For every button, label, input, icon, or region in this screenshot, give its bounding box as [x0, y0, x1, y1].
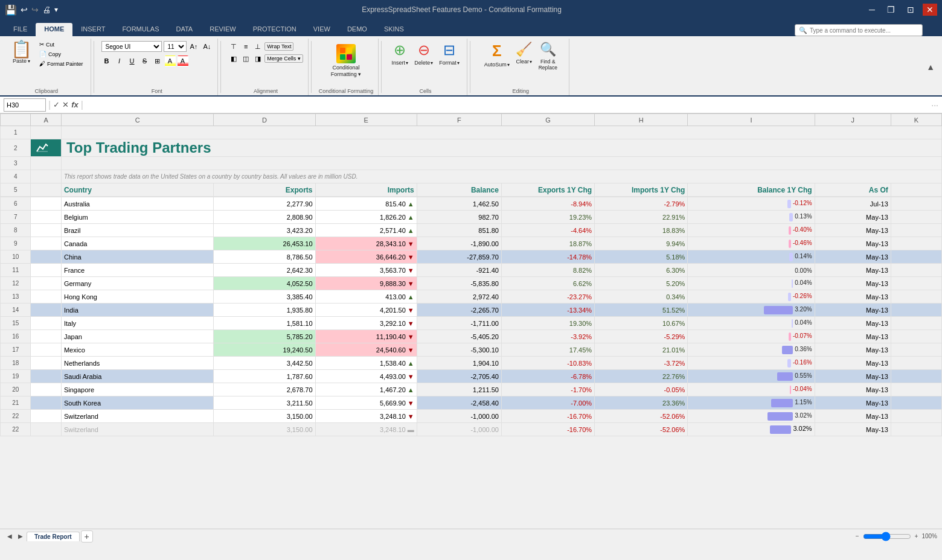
cell-exports-22[interactable]: 3,150.00 — [214, 410, 315, 423]
cell-asof-15[interactable]: May-13 — [815, 317, 891, 330]
row-num-17[interactable]: 17 — [1, 343, 31, 357]
row-num-13[interactable]: 13 — [1, 290, 31, 304]
tab-skins[interactable]: SKINS — [376, 23, 412, 36]
cell-country-14[interactable]: India — [61, 304, 213, 317]
cell-a-6[interactable] — [31, 197, 61, 211]
cell-asof-9[interactable]: May-13 — [815, 237, 891, 250]
tab-insert[interactable]: INSERT — [72, 23, 114, 36]
cell-c3[interactable] — [61, 157, 941, 170]
cell-asof-18[interactable]: May-13 — [815, 357, 891, 370]
cell-asof-17[interactable]: May-13 — [815, 343, 891, 357]
align-top-btn[interactable]: ⊤ — [228, 41, 239, 52]
conditional-formatting-button[interactable]: ConditionalFormatting ▾ — [328, 42, 364, 80]
cell-impchg-19[interactable]: 22.76% — [595, 370, 688, 383]
tab-demo[interactable]: DEMO — [339, 23, 376, 36]
cell-balance-7[interactable]: 982.70 — [417, 211, 501, 224]
row-num-1[interactable]: 1 — [1, 126, 31, 139]
col-header-a[interactable]: A — [31, 114, 61, 126]
command-input[interactable] — [810, 27, 918, 34]
cell-balchg-17[interactable]: 0.36% — [688, 343, 815, 357]
row-num-14[interactable]: 14 — [1, 304, 31, 317]
row-num-7[interactable]: 7 — [1, 211, 31, 224]
cell-balance-21[interactable]: -2,458.40 — [417, 396, 501, 410]
cell-expchg-10[interactable]: -14.78% — [501, 250, 594, 264]
cell-i5-bal1y[interactable]: Balance 1Y Chg — [688, 183, 815, 197]
find-replace-button[interactable]: 🔍 Find &Replace — [536, 40, 560, 72]
cell-country-19[interactable]: Saudi Arabia — [61, 370, 213, 383]
cell-a-12[interactable] — [31, 277, 61, 290]
clear-button[interactable]: 🧹 Clear ▾ — [513, 40, 535, 66]
col-header-g[interactable]: G — [501, 114, 594, 126]
align-bottom-btn[interactable]: ⊥ — [252, 41, 263, 52]
cell-imports-16[interactable]: 11,190.40 ▼ — [315, 330, 417, 343]
cell-exports-12[interactable]: 4,052.50 — [214, 277, 315, 290]
cell-a-14[interactable] — [31, 304, 61, 317]
cell-expchg-16[interactable]: -3.92% — [501, 330, 594, 343]
delete-button[interactable]: ⊖ Delete ▾ — [412, 40, 435, 68]
cell-exports-9[interactable]: 26,453.10 — [214, 237, 315, 250]
add-sheet-button[interactable]: + — [81, 530, 93, 542]
cell-c1[interactable] — [61, 126, 941, 139]
cell-impchg-17[interactable]: 21.01% — [595, 343, 688, 357]
cell-exports-15[interactable]: 1,581.10 — [214, 317, 315, 330]
cell-country-18[interactable]: Netherlands — [61, 357, 213, 370]
formula-expand-dots[interactable]: ··· — [931, 100, 938, 110]
cancel-formula-icon[interactable]: ✕ — [62, 100, 69, 109]
cell-exports-7[interactable]: 2,808.90 — [214, 211, 315, 224]
scroll-area[interactable]: A C D E F G H I J K 1 — [0, 113, 942, 529]
checkmark-icon[interactable]: ✓ — [53, 100, 60, 109]
cell-balchg-6[interactable]: -0.12% — [688, 197, 815, 211]
row-num-22[interactable]: 22 — [1, 410, 31, 423]
merge-cells-button[interactable]: Merge Cells ▾ — [264, 54, 303, 63]
cell-balchg-10[interactable]: 0.14% — [688, 250, 815, 264]
cell-asof-7[interactable]: May-13 — [815, 211, 891, 224]
strikethrough-button[interactable]: S — [139, 56, 150, 66]
close-button[interactable]: ✕ — [923, 4, 937, 16]
cell-impchg-14[interactable]: 51.52% — [595, 304, 688, 317]
cell-country-10[interactable]: China — [61, 250, 213, 264]
paste-button[interactable]: 📋 Paste ▾ — [7, 40, 36, 65]
zoom-out-button[interactable]: − — [856, 533, 859, 539]
cell-expchg-20[interactable]: -1.70% — [501, 383, 594, 396]
save-icon[interactable]: 💾 — [5, 4, 17, 16]
tab-data[interactable]: DATA — [168, 23, 202, 36]
cell-country-17[interactable]: Mexico — [61, 343, 213, 357]
row-num-20[interactable]: 20 — [1, 383, 31, 396]
cell-a1[interactable] — [31, 126, 61, 139]
border-button[interactable]: ⊞ — [152, 56, 163, 66]
row-num-2[interactable]: 2 — [1, 139, 31, 157]
col-header-h[interactable]: H — [595, 114, 688, 126]
format-button[interactable]: ⊟ Format ▾ — [437, 40, 462, 68]
cell-country-7[interactable]: Belgium — [61, 211, 213, 224]
cell-balance-6[interactable]: 1,462.50 — [417, 197, 501, 211]
row-num-16[interactable]: 16 — [1, 330, 31, 343]
cell-k-8[interactable] — [891, 224, 941, 237]
tab-protection[interactable]: PROTECTION — [245, 23, 305, 36]
cell-country-15[interactable]: Italy — [61, 317, 213, 330]
cell-expchg-17[interactable]: 17.45% — [501, 343, 594, 357]
autosum-button[interactable]: Σ AutoSum ▾ — [482, 40, 512, 69]
row-num-9[interactable]: 9 — [1, 237, 31, 250]
cell-country-9[interactable]: Canada — [61, 237, 213, 250]
cut-button[interactable]: ✂ Cut — [37, 40, 86, 49]
undo-icon[interactable]: ↩ — [21, 5, 28, 14]
cell-a-13[interactable] — [31, 290, 61, 304]
cell-country-6[interactable]: Australia — [61, 197, 213, 211]
row-num-4[interactable]: 4 — [1, 170, 31, 183]
cell-balchg-11[interactable]: 0.00% — [688, 264, 815, 277]
cell-balance-20[interactable]: 1,211.50 — [417, 383, 501, 396]
cell-a-17[interactable] — [31, 343, 61, 357]
cell-balchg-8[interactable]: -0.40% — [688, 224, 815, 237]
decrease-font-btn[interactable]: A↓ — [201, 41, 213, 52]
cell-balance-16[interactable]: -5,405.20 — [417, 330, 501, 343]
cell-reference-input[interactable] — [4, 98, 46, 112]
cell-imports-11[interactable]: 3,563.70 ▼ — [315, 264, 417, 277]
font-size-select[interactable]: 11 — [164, 41, 187, 52]
cell-balance-12[interactable]: -5,835.80 — [417, 277, 501, 290]
align-middle-btn[interactable]: ≡ — [240, 41, 251, 52]
cell-a3[interactable] — [31, 157, 61, 170]
cell-k-13[interactable] — [891, 290, 941, 304]
minimize-button[interactable]: ─ — [865, 4, 879, 16]
fill-color-button[interactable]: A — [165, 56, 176, 66]
cell-k-11[interactable] — [891, 264, 941, 277]
